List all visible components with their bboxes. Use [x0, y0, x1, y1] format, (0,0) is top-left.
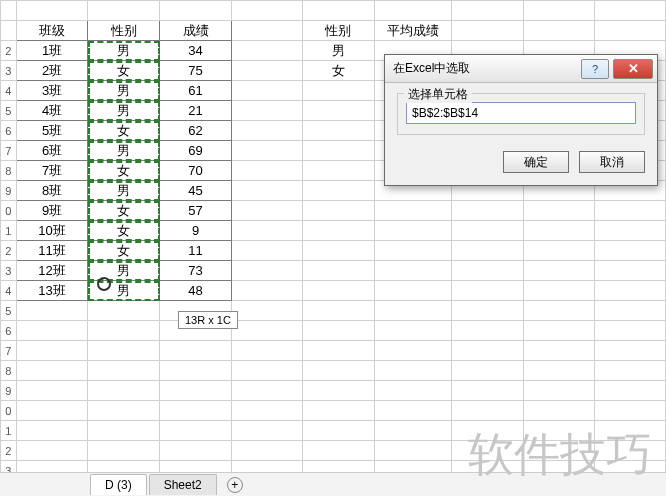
cell-gender[interactable]: 女 — [88, 201, 160, 221]
cell-class[interactable]: 13班 — [16, 281, 88, 301]
cell-f1[interactable]: 平均成绩 — [374, 21, 451, 41]
row-header[interactable]: 7 — [1, 141, 17, 161]
row-header[interactable]: 3 — [1, 61, 17, 81]
cell-e[interactable] — [303, 141, 375, 161]
col-header-e[interactable] — [303, 1, 375, 21]
cell-class[interactable]: 9班 — [16, 201, 88, 221]
cell-class[interactable]: 7班 — [16, 161, 88, 181]
row-header[interactable]: 4 — [1, 281, 17, 301]
cell-score[interactable]: 62 — [160, 121, 232, 141]
cell-score[interactable]: 70 — [160, 161, 232, 181]
cell-e[interactable] — [303, 281, 375, 301]
cell-a1[interactable]: 班级 — [16, 21, 88, 41]
row-header[interactable]: 7 — [1, 341, 17, 361]
col-header-d[interactable] — [231, 1, 302, 21]
corner-cell[interactable] — [1, 1, 17, 21]
cell-class[interactable]: 2班 — [16, 61, 88, 81]
cell-c1[interactable]: 成绩 — [160, 21, 232, 41]
select-cells-group: 选择单元格 — [397, 93, 645, 135]
help-button[interactable]: ? — [581, 59, 609, 79]
row-header[interactable]: 3 — [1, 261, 17, 281]
cell-score[interactable]: 57 — [160, 201, 232, 221]
tab-d3[interactable]: D (3) — [90, 474, 147, 495]
cell-gender[interactable]: 男 — [88, 81, 160, 101]
cell-gender[interactable]: 女 — [88, 161, 160, 181]
col-header-a[interactable] — [16, 1, 88, 21]
cell-score[interactable]: 73 — [160, 261, 232, 281]
cell-class[interactable]: 3班 — [16, 81, 88, 101]
row-header[interactable]: 5 — [1, 101, 17, 121]
cell-gender[interactable]: 女 — [88, 61, 160, 81]
row-header[interactable]: 0 — [1, 201, 17, 221]
cell-e[interactable] — [303, 261, 375, 281]
dialog-titlebar[interactable]: 在Excel中选取 ? ✕ — [385, 55, 657, 83]
close-button[interactable]: ✕ — [613, 59, 653, 79]
cell-e[interactable] — [303, 221, 375, 241]
cell-gender[interactable]: 女 — [88, 121, 160, 141]
cell-e[interactable] — [303, 181, 375, 201]
row-header[interactable]: 9 — [1, 381, 17, 401]
cell[interactable] — [231, 21, 302, 41]
cell-class[interactable]: 11班 — [16, 241, 88, 261]
tab-sheet2[interactable]: Sheet2 — [149, 474, 217, 495]
cell-e[interactable] — [303, 121, 375, 141]
cell-class[interactable]: 1班 — [16, 41, 88, 61]
col-header-f[interactable] — [374, 1, 451, 21]
cell-score[interactable]: 21 — [160, 101, 232, 121]
cell-score[interactable]: 9 — [160, 221, 232, 241]
row-header[interactable]: 2 — [1, 241, 17, 261]
col-header-g[interactable] — [452, 1, 523, 21]
cell-reference-input[interactable] — [406, 102, 636, 124]
cell-gender[interactable]: 女 — [88, 241, 160, 261]
range-picker-dialog: 在Excel中选取 ? ✕ 选择单元格 确定 取消 — [384, 54, 658, 186]
col-header-b[interactable] — [88, 1, 160, 21]
cell-class[interactable]: 12班 — [16, 261, 88, 281]
col-header-i[interactable] — [594, 1, 665, 21]
cell-e[interactable] — [303, 161, 375, 181]
row-header[interactable]: 1 — [1, 221, 17, 241]
row-header[interactable]: 6 — [1, 321, 17, 341]
cell-gender[interactable]: 男 — [88, 261, 160, 281]
cell-e[interactable] — [303, 101, 375, 121]
cell-e[interactable]: 女 — [303, 61, 375, 81]
cell-score[interactable]: 48 — [160, 281, 232, 301]
cell-score[interactable]: 69 — [160, 141, 232, 161]
cell-score[interactable]: 45 — [160, 181, 232, 201]
cell-score[interactable]: 75 — [160, 61, 232, 81]
col-header-c[interactable] — [160, 1, 232, 21]
row-header[interactable] — [1, 21, 17, 41]
cell-gender[interactable]: 男 — [88, 101, 160, 121]
cell-e[interactable] — [303, 241, 375, 261]
cell-e[interactable] — [303, 81, 375, 101]
cell-score[interactable]: 61 — [160, 81, 232, 101]
cell-class[interactable]: 6班 — [16, 141, 88, 161]
cell-e[interactable] — [303, 201, 375, 221]
row-header[interactable]: 2 — [1, 41, 17, 61]
add-sheet-button[interactable]: + — [227, 477, 243, 493]
cell-class[interactable]: 4班 — [16, 101, 88, 121]
row-header[interactable]: 6 — [1, 121, 17, 141]
cell-gender[interactable]: 男 — [88, 181, 160, 201]
row-header[interactable]: 9 — [1, 181, 17, 201]
col-header-h[interactable] — [523, 1, 594, 21]
cancel-button[interactable]: 取消 — [579, 151, 645, 173]
row-header[interactable]: 0 — [1, 401, 17, 421]
cell-e[interactable]: 男 — [303, 41, 375, 61]
ok-button[interactable]: 确定 — [503, 151, 569, 173]
cell-gender[interactable]: 女 — [88, 221, 160, 241]
row-header[interactable]: 4 — [1, 81, 17, 101]
row-header[interactable]: 2 — [1, 441, 17, 461]
row-header[interactable]: 8 — [1, 161, 17, 181]
row-header[interactable]: 5 — [1, 301, 17, 321]
cell-score[interactable]: 34 — [160, 41, 232, 61]
cell-b1[interactable]: 性别 — [88, 21, 160, 41]
cell-class[interactable]: 8班 — [16, 181, 88, 201]
cell-gender[interactable]: 男 — [88, 141, 160, 161]
cell-e1[interactable]: 性别 — [303, 21, 375, 41]
cell-class[interactable]: 5班 — [16, 121, 88, 141]
cell-class[interactable]: 10班 — [16, 221, 88, 241]
cell-gender[interactable]: 男 — [88, 41, 160, 61]
cell-score[interactable]: 11 — [160, 241, 232, 261]
row-header[interactable]: 1 — [1, 421, 17, 441]
row-header[interactable]: 8 — [1, 361, 17, 381]
